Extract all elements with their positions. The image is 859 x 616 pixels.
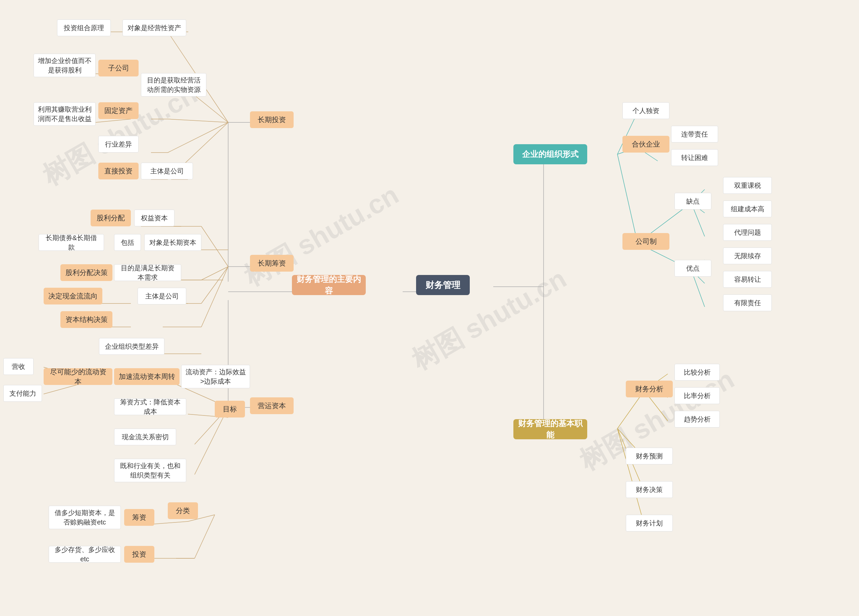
svg-line-55 [195,515,215,558]
node-quexian: 缺点 [675,193,711,210]
svg-line-38 [201,267,228,327]
node-qiye-chayi: 企业组织类型差异 [99,338,164,355]
node-zhuti-gongsi: 主体是公司 [141,163,193,179]
node-hangye: 行业差异 [98,136,139,153]
svg-line-82 [617,429,644,525]
node-liandaizeren: 连带责任 [671,126,718,142]
node-guliJuece: 股利分配决策 [60,264,112,281]
svg-line-31 [201,267,228,280]
node-zhijie: 直接投资 [98,163,139,179]
node-guli: 股利分配 [91,210,131,226]
node-duixiang-jingyingxing: 对象是经营性资产 [122,19,186,36]
node-baokuo: 包括 [114,234,141,251]
node-fenlei: 分类 [168,502,198,519]
node-qushi-fenxi: 趋势分析 [675,411,720,427]
node-wuxian-xucun: 无限续存 [723,248,772,264]
node-yunyin: 营运资本 [250,398,294,414]
node-chouzi-label: 筹资 [124,509,155,526]
svg-line-34 [201,267,228,304]
svg-line-19 [168,122,228,153]
svg-line-24 [201,226,228,267]
node-jihe-zuzhileixing: 既和行业有关，也和组织类型有关 [114,459,186,482]
node-touzizuheyuanli: 投资组合原理 [57,19,111,36]
node-caiwujihua: 财务计划 [626,515,673,532]
node-zujian-gao: 组建成本高 [723,201,772,217]
mind-map: 树图 shutu.cn 树图 shutu.cn 树图 shutu.cn 树图 s… [0,0,859,616]
node-bilv-fenxi: 比率分析 [675,387,720,404]
node-hehuoqiye: 合伙企业 [622,136,669,153]
node-mudi-jingying: 目的是获取经营活动所需的实物资源 [141,73,206,97]
node-mudi-manzu: 目的是满足长期资本需求 [114,264,181,281]
left-main-node: 财务管理的主要内容 [292,275,366,295]
node-caiwufenxi: 财务分析 [626,381,673,398]
node-yingshou: 营收 [3,358,34,375]
right-main-top-node: 企业的组织形式 [513,144,587,164]
node-zhaiquan: 长期债券&长期借款 [39,234,104,251]
node-bijiaofenxi: 比较分析 [675,364,720,381]
svg-line-67 [617,154,637,243]
node-jueding: 决定现金流流向 [44,288,102,304]
node-touzi-label: 投资 [124,546,155,563]
node-youxian-zeren: 有限责任 [723,295,772,311]
node-jinke: 尽可能少的流动资本 [44,368,112,385]
node-ziben: 资本结构决策 [60,311,112,328]
center-node: 财务管理 [416,275,470,295]
right-main-bottom-node: 财务管理的基本职能 [513,419,587,439]
svg-line-52 [195,407,228,474]
node-mubiao: 目标 [215,401,245,418]
node-zengjia: 增加企业价值而不是获得股利 [34,54,95,77]
node-xianjin-miqie: 现金流关系密切 [114,429,176,445]
node-duixiang-changqi: 对象是长期资本 [144,234,201,251]
node-gongsi-zhi: 公司制 [622,233,669,250]
node-liudong: 流动资产：边际效益>边际成本 [181,365,250,388]
node-liyong: 利用其赚取营业利润而不是售出收益 [34,102,95,126]
node-jieduo: 借多少短期资本，是否赊购融资etc [48,506,121,529]
node-zhuzhuti: 主体是公司 [137,288,186,304]
svg-line-16 [168,119,228,122]
node-jiasu: 加速流动资本周转 [114,368,180,385]
svg-line-18 [95,119,131,122]
node-zigongsi: 子公司 [98,60,139,76]
node-dailiwenti: 代理问题 [723,224,772,241]
node-caiwuyuce: 财务预测 [626,448,673,465]
node-zhifunl: 支付能力 [3,385,42,402]
node-zhuanrang-kunnan: 转让困难 [671,149,718,166]
node-gudingzichan: 固定资产 [98,102,139,119]
node-geren-duzhi: 个人独资 [622,102,669,119]
node-duoshao-cunkuo: 多少存货、多少应收etc [48,546,121,563]
node-rongyizhuanrang: 容易转让 [723,271,772,288]
node-quanyi: 权益资本 [134,210,175,226]
node-chouzi-fangshi: 筹资方式：降低资本成本 [114,398,186,415]
node-changchou: 长期筹资 [250,255,294,271]
node-youxian: 优点 [675,260,711,277]
node-changtou: 长期投资 [250,111,294,128]
node-caiwujuece: 财务决策 [626,481,673,498]
node-shuangchong-ke: 双重课税 [723,177,772,194]
